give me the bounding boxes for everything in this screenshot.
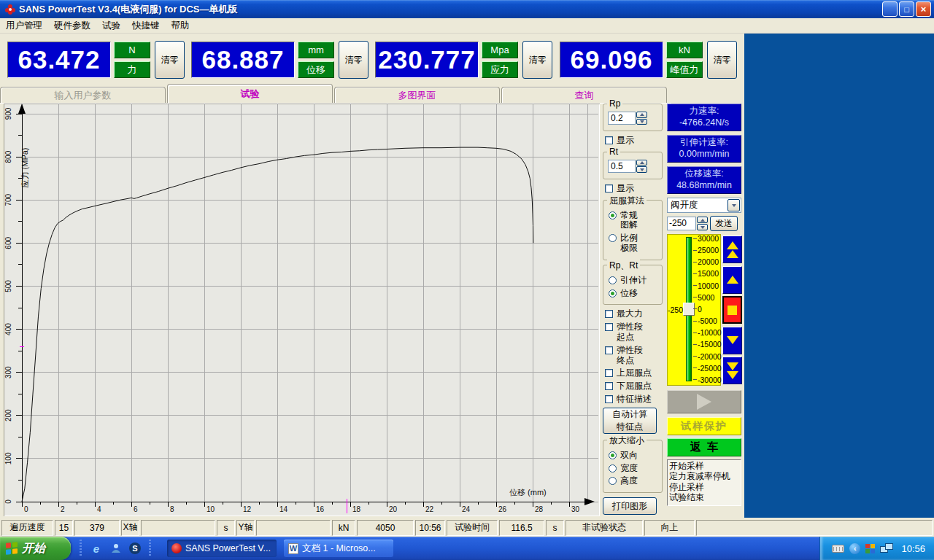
- rp-spinner[interactable]: [636, 112, 647, 125]
- s-app-icon[interactable]: S: [129, 542, 141, 554]
- close-button[interactable]: ×: [916, 1, 931, 17]
- log-line: 停止采样: [669, 482, 739, 492]
- menu-hardware-params[interactable]: 硬件参数: [48, 18, 96, 34]
- svg-text:应力 (MPa): 应力 (MPa): [20, 148, 29, 188]
- up-button[interactable]: [722, 266, 742, 294]
- tab-input-user-params[interactable]: 输入用户参数: [0, 87, 166, 103]
- svg-text:10: 10: [207, 505, 215, 513]
- tray-app-icon[interactable]: [865, 544, 875, 553]
- zoom-height-radio[interactable]: [609, 477, 617, 485]
- valve-value-input[interactable]: -250: [667, 217, 696, 230]
- menu-user-management[interactable]: 用户管理: [0, 18, 48, 34]
- rt-group: Rt 0.5: [603, 152, 663, 179]
- displacement-clear-button[interactable]: 清零: [339, 41, 368, 79]
- hide-icons-chevron[interactable]: ‹: [849, 543, 860, 554]
- stop-button[interactable]: [722, 296, 742, 324]
- status-cell: 遍历速度: [1, 520, 53, 536]
- peak-force-clear-button[interactable]: 清零: [707, 41, 737, 79]
- force-display-group: 63.472 N 力 清零: [7, 40, 187, 79]
- tab-test[interactable]: 试验: [167, 84, 333, 103]
- taskbar-task-word[interactable]: W 文档 1 - Microso...: [284, 540, 393, 557]
- displacement-radio[interactable]: [609, 289, 617, 298]
- stress-clear-button[interactable]: 清零: [522, 41, 552, 79]
- menu-shortcuts[interactable]: 快捷键: [126, 18, 166, 34]
- windows-logo-icon: [6, 542, 18, 555]
- send-button[interactable]: 发送: [710, 216, 738, 231]
- slider-scale-label: -5000: [693, 317, 722, 324]
- rt-show-checkbox[interactable]: [605, 184, 613, 192]
- minimize-button[interactable]: _: [882, 1, 898, 17]
- rt-spinner[interactable]: [636, 160, 647, 173]
- maximize-button[interactable]: □: [899, 1, 914, 17]
- keyboard-tray-icon[interactable]: [832, 545, 844, 553]
- peak-force-label[interactable]: 峰值力: [666, 61, 703, 78]
- valve-opening-select[interactable]: 阀开度: [667, 198, 741, 213]
- displacement-label[interactable]: 位移: [298, 61, 334, 78]
- extensometer-radio[interactable]: [609, 276, 617, 284]
- slider-scale-label: 15000: [693, 270, 722, 277]
- valve-value-spinner[interactable]: [697, 217, 708, 230]
- elastic-start-checkbox[interactable]: [605, 323, 613, 331]
- combo-dropdown-icon[interactable]: [727, 199, 740, 211]
- elastic-end-checkbox[interactable]: [605, 346, 613, 354]
- stress-display-group: 230.777 Mpa 应力 清零: [375, 40, 555, 79]
- svg-text:600: 600: [4, 237, 12, 249]
- status-cell: 试验时间: [447, 520, 498, 536]
- tab-query[interactable]: 查询: [501, 87, 667, 103]
- svg-text:2: 2: [61, 505, 65, 513]
- yield-normal-radio[interactable]: [609, 211, 617, 219]
- feature-checkbox-list: 最大力 弹性段 起点 弹性段 终点 上屈服点 下屈服点 特征描述: [603, 309, 663, 404]
- status-cell: 116.5: [499, 520, 544, 536]
- stress-label[interactable]: 应力: [482, 61, 518, 78]
- status-bar: 遍历速度15379X轴sY轴kN405010:56试验时间116.5s非试验状态…: [0, 518, 934, 537]
- rt-value-input[interactable]: 0.5: [608, 160, 636, 173]
- force-label[interactable]: 力: [114, 61, 150, 78]
- stress-value-display: 230.777: [375, 42, 479, 78]
- return-button[interactable]: 返 车: [667, 438, 741, 456]
- separator: [80, 540, 82, 557]
- svg-text:100: 100: [4, 452, 12, 464]
- status-cell: [141, 520, 215, 536]
- print-graph-button[interactable]: 打印图形: [603, 497, 657, 515]
- status-cell: s: [546, 520, 564, 536]
- feature-desc-checkbox[interactable]: [605, 395, 613, 403]
- lower-yield-checkbox[interactable]: [605, 382, 613, 390]
- run-button[interactable]: [667, 390, 741, 413]
- max-force-checkbox[interactable]: [605, 310, 613, 318]
- slider-scale-label: 30000: [693, 235, 722, 242]
- force-clear-button[interactable]: 清零: [155, 41, 185, 79]
- rp-show-checkbox[interactable]: [605, 136, 613, 144]
- slider-scale-label: 20000: [693, 258, 722, 265]
- menu-test[interactable]: 试验: [96, 18, 126, 34]
- status-cell: kN: [332, 520, 355, 536]
- svg-text:0: 0: [24, 505, 28, 513]
- start-button[interactable]: 开始: [0, 537, 71, 560]
- status-cell: 非试验状态: [566, 520, 643, 536]
- machine-control-panel: 力速率:-4766.24N/s 引伸计速率:0.00mm/min 位移速率:48…: [667, 104, 743, 516]
- tab-multi-graph[interactable]: 多图界面: [334, 87, 500, 103]
- svg-text:24: 24: [462, 505, 471, 513]
- network-tray-icon[interactable]: [880, 543, 893, 553]
- fast-up-button[interactable]: [722, 236, 742, 263]
- rp-value-input[interactable]: 0.2: [608, 112, 636, 125]
- taskbar-task-sans[interactable]: SANS PowerTest V...: [167, 540, 277, 557]
- auto-calc-button[interactable]: 自动计算 特征点: [603, 408, 657, 434]
- slider-scale: 300002500020000150001000050000-5000-1000…: [693, 235, 722, 384]
- zoom-width-radio[interactable]: [609, 464, 617, 472]
- svg-text:16: 16: [316, 505, 325, 513]
- yield-proportional-radio[interactable]: [609, 234, 617, 242]
- fast-down-button[interactable]: [722, 357, 742, 384]
- force-rate-display: 力速率:-4766.24N/s: [667, 104, 741, 131]
- zoom-both-radio[interactable]: [609, 451, 617, 459]
- slider-scale-label: -25000: [693, 365, 722, 372]
- status-cell: Y轴: [236, 520, 255, 536]
- ie-icon[interactable]: e: [90, 542, 103, 555]
- specimen-protect-button[interactable]: 试样保护: [667, 417, 741, 435]
- down-button[interactable]: [722, 327, 742, 354]
- upper-yield-checkbox[interactable]: [605, 369, 613, 377]
- menu-help[interactable]: 帮助: [166, 18, 196, 34]
- messenger-icon[interactable]: [109, 542, 123, 555]
- svg-text:800: 800: [4, 150, 12, 163]
- zoom-mode-group: 放大缩小 双向 宽度 高度: [603, 440, 663, 493]
- peak-force-value-display: 69.096: [560, 42, 663, 78]
